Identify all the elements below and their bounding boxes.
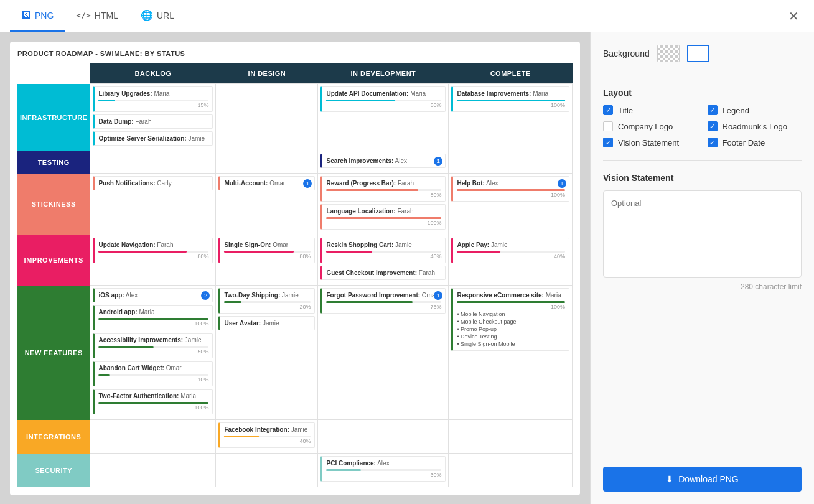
card[interactable]: PCI Compliance: Alex 30% (320, 456, 446, 482)
background-checker[interactable] (657, 45, 680, 62)
swimlane-row: INTEGRATIONS Facebook Integration: Jamie… (17, 420, 573, 454)
swimlane-row: TESTING 1 Search Improvements: Alex (17, 151, 573, 174)
card-badge: 1 (434, 157, 442, 166)
col-backlog: BACKLOG (90, 63, 216, 84)
download-label: Download PNG (678, 474, 739, 484)
card[interactable]: Facebook Integration: Jamie 40% (218, 422, 315, 448)
empty-cell (216, 151, 318, 174)
background-white[interactable] (687, 45, 709, 62)
card[interactable]: Reskin Shopping Cart: Jamie 40% (320, 238, 446, 263)
layout-item-roadmunks-logo: ✓ Roadmunk's Logo (708, 121, 802, 131)
empty-cell (216, 454, 318, 487)
layout-section: Layout ✓ Title ✓ Legend Company Logo (603, 88, 802, 147)
download-png-button[interactable]: ⬇ Download PNG (603, 467, 802, 492)
checkbox-legend[interactable]: ✓ (708, 105, 718, 115)
lane-label: INFRASTRUCTURE (17, 84, 90, 151)
roadmap-title: PRODUCT ROADMAP - SWIMLANE: BY STATUS (17, 50, 573, 57)
card[interactable]: Abandon Cart Widget: Omar 10% (93, 361, 213, 386)
tab-url[interactable]: 🌐 URL (129, 0, 185, 32)
layout-label-legend: Legend (723, 106, 749, 115)
card[interactable]: Update Navigation: Farah 80% (93, 238, 213, 263)
empty-cell (318, 420, 449, 454)
card[interactable]: Language Localization: Farah 100% (320, 204, 446, 230)
card[interactable]: Library Upgrades: Maria 15% (93, 86, 213, 112)
card[interactable]: Android app: Maria 100% (93, 305, 213, 330)
roadmap-container: PRODUCT ROADMAP - SWIMLANE: BY STATUS BA… (10, 42, 580, 495)
tab-url-label: URL (157, 11, 174, 21)
card[interactable]: Push Notifications: Carly (93, 176, 213, 190)
swimlane-row: NEW FEATURES 2 iOS app: Alex Android app… (17, 286, 573, 420)
card[interactable]: Optimize Server Serialization: Jamie (93, 131, 213, 146)
checkbox-title[interactable]: ✓ (603, 105, 613, 115)
checkbox-company-logo[interactable] (603, 121, 613, 131)
tab-png-label: PNG (35, 11, 54, 21)
layout-item-legend: ✓ Legend (708, 105, 802, 115)
card-badge: 1 (303, 179, 312, 188)
lane-cell: Single Sign-On: Omar 80% (216, 235, 318, 286)
layout-item-company-logo: Company Logo (603, 121, 698, 131)
lane-cell: Library Upgrades: Maria 15% Data Dump: F… (90, 84, 216, 151)
layout-item-title: ✓ Title (603, 105, 698, 115)
layout-label-footer-date: Footer Date (723, 138, 765, 147)
empty-cell (449, 151, 573, 174)
lane-cell: 1 Forgot Password Improvement: Omar 75% (318, 286, 449, 420)
lane-cell: Reward (Progress Bar): Farah 80% Languag… (318, 174, 449, 235)
layout-title: Layout (603, 88, 802, 98)
layout-item-footer-date: ✓ Footer Date (708, 138, 802, 147)
card[interactable]: Two-Day Shipping: Jamie 20% (218, 288, 315, 314)
lane-cell: Two-Day Shipping: Jamie 20% User Avatar:… (216, 286, 318, 420)
vision-statement-section: Vision Statement 280 character limit (603, 173, 802, 291)
col-complete: COMPLETE (449, 63, 573, 84)
card[interactable]: Apple Pay: Jamie 40% (451, 238, 569, 263)
card[interactable]: Update API Documentation: Maria 60% (320, 86, 446, 112)
card-badge: 2 (201, 291, 210, 300)
empty-cell (216, 84, 318, 151)
lane-label: SECURITY (17, 454, 90, 487)
card[interactable]: 1 Help Bot: Alex 100% (451, 176, 569, 202)
card[interactable]: Database Improvements: Maria 100% (451, 86, 569, 112)
lane-cell: Push Notifications: Carly (90, 174, 216, 235)
divider-2 (603, 160, 802, 161)
lane-cell: Apple Pay: Jamie 40% (449, 235, 573, 286)
tab-png[interactable]: 🖼 PNG (10, 0, 65, 32)
checkbox-roadmunks-logo[interactable]: ✓ (708, 121, 718, 131)
layout-label-title: Title (618, 106, 633, 115)
right-panel: Background Layout ✓ Title ✓ Legend (590, 32, 814, 504)
swimlane-row: IMPROVEMENTS Update Navigation: Farah 80… (17, 235, 573, 286)
checkbox-vision-statement[interactable]: ✓ (603, 138, 613, 147)
card[interactable]: Reward (Progress Bar): Farah 80% (320, 176, 446, 202)
card-badge: 1 (558, 179, 566, 188)
card[interactable]: 2 iOS app: Alex (93, 288, 213, 302)
swimlane-row: STICKINESS Push Notifications: Carly 1 M… (17, 174, 573, 235)
checkbox-footer-date[interactable]: ✓ (708, 138, 718, 147)
close-button[interactable]: ✕ (784, 6, 804, 26)
png-icon: 🖼 (21, 10, 31, 21)
layout-grid: ✓ Title ✓ Legend Company Logo ✓ Roadmunk… (603, 105, 802, 147)
lane-cell: Responsive eCommerce site: Maria 100% • … (449, 286, 573, 420)
card[interactable]: Two-Factor Authentication: Maria 100% (93, 389, 213, 414)
card[interactable]: Accessibility Improvements: Jamie 50% (93, 333, 213, 358)
tab-bar: 🖼 PNG </> HTML 🌐 URL ✕ (0, 0, 814, 32)
card[interactable]: User Avatar: Jamie (218, 316, 315, 330)
card[interactable]: Data Dump: Farah (93, 114, 213, 129)
char-limit: 280 character limit (603, 282, 802, 291)
card[interactable]: Single Sign-On: Omar 80% (218, 238, 315, 263)
tab-html-label: HTML (95, 11, 118, 21)
lane-label: IMPROVEMENTS (17, 235, 90, 286)
vision-statement-textarea[interactable] (603, 190, 802, 278)
lane-label: NEW FEATURES (17, 286, 90, 420)
lane-cell: Update API Documentation: Maria 60% (318, 84, 449, 151)
lane-label: INTEGRATIONS (17, 420, 90, 454)
card[interactable]: 1 Multi-Account: Omar (218, 176, 315, 190)
card[interactable]: Responsive eCommerce site: Maria 100% • … (451, 288, 569, 351)
col-indev: IN DEVELOPMENT (318, 63, 449, 84)
lane-cell: 1 Multi-Account: Omar (216, 174, 318, 235)
card[interactable]: 1 Forgot Password Improvement: Omar 75% (320, 288, 446, 314)
card[interactable]: Guest Checkout Improvement: Farah (320, 266, 446, 280)
download-icon: ⬇ (666, 474, 673, 484)
tab-html[interactable]: </> HTML (65, 0, 129, 32)
lane-cell: 1 Search Improvements: Alex (318, 151, 449, 174)
layout-label-vision-statement: Vision Statement (618, 138, 679, 147)
card[interactable]: 1 Search Improvements: Alex (320, 154, 446, 168)
main-content: PRODUCT ROADMAP - SWIMLANE: BY STATUS BA… (0, 32, 814, 504)
